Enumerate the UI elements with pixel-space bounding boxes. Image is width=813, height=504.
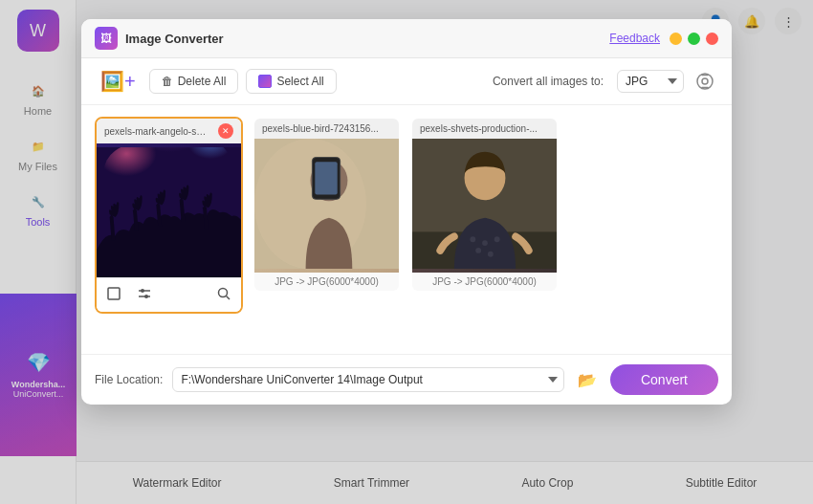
- image-item-2[interactable]: pexels-shvets-production-...: [410, 117, 559, 293]
- convert-all-label: Convert all images to:: [493, 75, 604, 88]
- file-location-label: File Location:: [95, 373, 163, 386]
- modal-title: Image Converter: [125, 32, 224, 46]
- convert-button[interactable]: Convert: [610, 364, 718, 395]
- add-image-button[interactable]: 🖼️+: [95, 70, 142, 93]
- image-item-1[interactable]: pexels-blue-bird-7243156...: [253, 117, 401, 293]
- image-header-1: pexels-blue-bird-7243156...: [254, 119, 399, 139]
- window-controls: [670, 33, 718, 45]
- image-footer-1: JPG -> JPG(6000*4000): [254, 273, 399, 291]
- close-button[interactable]: [706, 33, 718, 45]
- crop-icon: [106, 286, 121, 301]
- modal-overlay: 🖼 Image Converter Feedback 🖼️+: [0, 0, 813, 504]
- svg-point-9: [141, 289, 144, 293]
- image-header-0: pexels-mark-angelo-sam... ✕: [97, 119, 241, 143]
- adjust-icon: [137, 286, 152, 301]
- image-remove-0[interactable]: ✕: [218, 123, 233, 139]
- phone-thumbnail: [254, 139, 399, 273]
- woman-svg: [412, 139, 557, 269]
- image-item-0[interactable]: pexels-mark-angelo-sam... ✕: [95, 117, 243, 314]
- svg-point-23: [482, 240, 488, 246]
- add-icon: 🖼️+: [100, 70, 136, 93]
- svg-point-25: [475, 248, 481, 253]
- svg-point-24: [494, 236, 500, 242]
- svg-rect-6: [108, 288, 120, 299]
- svg-point-26: [488, 252, 494, 257]
- delete-icon: 🗑: [162, 75, 173, 88]
- format-select[interactable]: JPG PNG WEBP BMP TIFF GIF: [617, 70, 684, 93]
- image-header-2: pexels-shvets-production-...: [412, 119, 557, 139]
- modal-toolbar: 🖼️+ 🗑 Delete All Select All Convert all …: [81, 58, 732, 105]
- concert-svg: [97, 147, 241, 277]
- phone-svg: [254, 139, 399, 269]
- svg-point-10: [144, 295, 148, 298]
- image-footer-2: JPG -> JPG(6000*4000): [412, 273, 557, 291]
- feedback-link[interactable]: Feedback: [609, 32, 660, 45]
- svg-point-11: [219, 289, 228, 297]
- minimize-button[interactable]: [670, 33, 682, 45]
- image-zoom-button[interactable]: [214, 284, 233, 306]
- image-action-group: [104, 284, 154, 306]
- modal-logo-icon: 🖼: [95, 27, 118, 50]
- delete-all-button[interactable]: 🗑 Delete All: [149, 69, 239, 94]
- adjust-button[interactable]: [135, 284, 154, 306]
- concert-thumbnail: [97, 143, 241, 277]
- camera-settings-icon: [695, 72, 714, 91]
- image-actions-0: [97, 277, 241, 312]
- image-converter-modal: 🖼 Image Converter Feedback 🖼️+: [81, 19, 732, 405]
- image-settings-button[interactable]: [692, 68, 718, 95]
- select-icon: [258, 75, 272, 88]
- svg-rect-17: [315, 162, 337, 194]
- svg-point-0: [697, 74, 713, 89]
- file-path-select[interactable]: F:\Wondershare UniConverter 14\Image Out…: [172, 367, 564, 392]
- svg-point-22: [470, 236, 475, 242]
- open-folder-button[interactable]: 📂: [574, 366, 601, 393]
- search-icon: [216, 286, 231, 301]
- woman-thumbnail: [412, 139, 557, 273]
- select-all-button[interactable]: Select All: [246, 69, 336, 94]
- crop-button[interactable]: [104, 284, 123, 306]
- modal-footer: File Location: F:\Wondershare UniConvert…: [81, 354, 732, 405]
- svg-point-1: [702, 78, 708, 84]
- maximize-button[interactable]: [688, 33, 700, 45]
- modal-titlebar: 🖼 Image Converter Feedback: [81, 19, 732, 58]
- image-grid: pexels-mark-angelo-sam... ✕: [81, 105, 732, 354]
- svg-line-12: [227, 296, 231, 300]
